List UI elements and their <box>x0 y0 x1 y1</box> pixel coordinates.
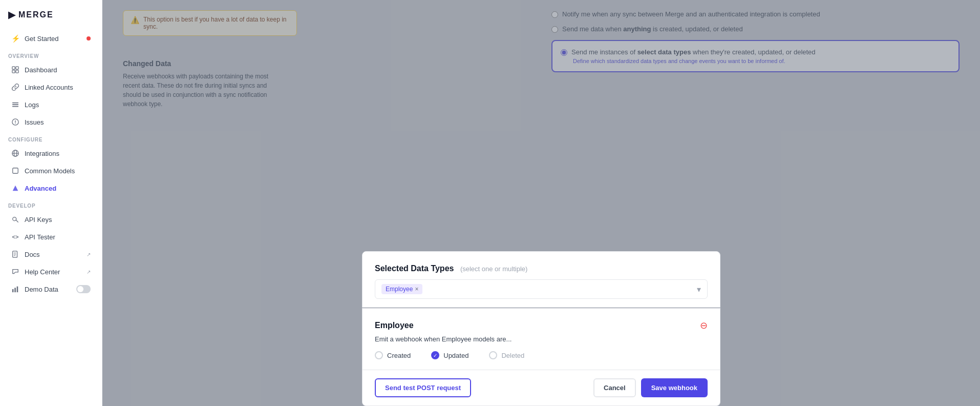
sidebar-item-issues[interactable]: Issues <box>3 114 99 130</box>
svg-rect-2 <box>12 70 15 73</box>
remove-employee-button[interactable]: ⊖ <box>700 321 708 330</box>
svg-rect-6 <box>12 106 18 107</box>
employee-description: Emit a webhook when Employee models are.… <box>375 335 708 343</box>
select-hint: (select one or multiple) <box>460 265 528 273</box>
docs-icon <box>11 250 19 258</box>
sidebar-item-dashboard[interactable]: Dashboard <box>3 62 99 78</box>
checkbox-row: Created Updated Deleted <box>375 351 708 359</box>
logo: ▶ MERGE <box>0 0 102 30</box>
logo-text: MERGE <box>18 10 54 19</box>
sidebar-item-label: Docs <box>25 251 40 258</box>
sidebar-item-label: API Keys <box>25 216 52 224</box>
sidebar-item-api-keys[interactable]: API Keys <box>3 211 99 228</box>
updated-checkbox-option[interactable]: Updated <box>431 351 468 359</box>
panel-employee: Employee ⊖ Emit a webhook when Employee … <box>362 308 720 370</box>
selected-types-title: Selected Data Types <box>375 264 454 273</box>
tag-label: Employee <box>386 286 413 293</box>
sidebar-item-docs[interactable]: Docs ↗ <box>3 246 99 262</box>
svg-rect-0 <box>12 67 15 69</box>
logs-icon <box>11 100 19 109</box>
sidebar-item-help-center[interactable]: Help Center ↗ <box>3 263 99 280</box>
demo-data-toggle[interactable] <box>76 285 91 293</box>
svg-rect-22 <box>17 287 18 292</box>
api-tester-icon: <> <box>11 233 19 241</box>
common-models-icon <box>11 167 19 175</box>
sidebar-item-label: Demo Data <box>25 286 58 293</box>
employee-section-title: Employee <box>375 321 414 330</box>
sidebar-item-label: Advanced <box>25 185 56 192</box>
sidebar-item-label: Common Models <box>25 167 75 175</box>
svg-rect-13 <box>13 168 18 174</box>
help-center-icon <box>11 268 19 276</box>
sidebar-item-advanced[interactable]: Advanced <box>3 180 99 196</box>
sidebar-item-api-tester[interactable]: <> API Tester <box>3 229 99 245</box>
sidebar-item-label: Linked Accounts <box>25 84 73 91</box>
svg-rect-3 <box>16 70 18 73</box>
notification-badge <box>87 36 91 40</box>
created-checkbox-option[interactable]: Created <box>375 351 411 359</box>
sidebar-item-linked-accounts[interactable]: Linked Accounts <box>3 79 99 95</box>
sidebar-item-logs[interactable]: Logs <box>3 96 99 113</box>
logo-icon: ▶ <box>8 9 15 21</box>
develop-section-label: Develop <box>0 197 102 211</box>
panel-selected-types: Selected Data Types (select one or multi… <box>362 251 720 308</box>
sidebar-item-label: Integrations <box>25 150 59 157</box>
issues-icon <box>11 118 19 126</box>
modal-overlay: Selected Data Types (select one or multi… <box>102 0 980 406</box>
sidebar-item-label: Get Started <box>25 35 58 43</box>
sidebar-item-label: API Tester <box>25 233 55 241</box>
lightning-icon: ⚡ <box>11 34 19 43</box>
tag-remove-icon[interactable]: × <box>415 286 418 293</box>
svg-point-15 <box>13 217 16 221</box>
panel-footer: Send test POST request Cancel Save webho… <box>362 370 720 406</box>
overview-section-label: Overview <box>0 47 102 61</box>
external-link-icon: ↗ <box>87 252 91 257</box>
sidebar-item-common-models[interactable]: Common Models <box>3 163 99 179</box>
sidebar-item-get-started[interactable]: ⚡ Get Started <box>3 30 99 47</box>
svg-rect-21 <box>14 288 16 292</box>
sidebar-item-label: Issues <box>25 118 44 126</box>
sidebar-item-label: Help Center <box>25 268 60 276</box>
updated-label: Updated <box>443 352 468 359</box>
deleted-checkbox-option[interactable]: Deleted <box>489 351 524 359</box>
link-icon <box>11 83 19 91</box>
demo-data-icon <box>11 285 19 293</box>
deleted-checkbox[interactable] <box>489 351 497 359</box>
sidebar-item-integrations[interactable]: Integrations <box>3 145 99 161</box>
configure-section-label: Configure <box>0 131 102 145</box>
globe-icon <box>11 149 19 157</box>
employee-tag[interactable]: Employee × <box>381 284 422 294</box>
save-webhook-button[interactable]: Save webhook <box>641 378 708 397</box>
dashboard-icon <box>11 66 19 74</box>
svg-marker-14 <box>13 186 18 191</box>
main-content: ⚠️ This option is best if you have a lot… <box>102 0 980 406</box>
svg-rect-20 <box>12 289 14 292</box>
sidebar-item-label: Logs <box>25 101 39 109</box>
updated-checkbox[interactable] <box>431 351 439 359</box>
svg-rect-5 <box>12 104 18 105</box>
created-checkbox[interactable] <box>375 351 383 359</box>
key-icon <box>11 215 19 224</box>
cancel-button[interactable]: Cancel <box>593 378 636 397</box>
advanced-icon <box>11 184 19 192</box>
sidebar: ▶ MERGE ⚡ Get Started Overview Dashboard… <box>0 0 102 406</box>
modal-stack: Selected Data Types (select one or multi… <box>362 251 720 406</box>
chevron-down-icon: ▾ <box>697 285 701 294</box>
external-link-icon: ↗ <box>87 269 91 275</box>
tags-row[interactable]: Employee × ▾ <box>375 279 708 299</box>
deleted-label: Deleted <box>501 352 524 359</box>
svg-rect-1 <box>16 67 18 69</box>
svg-point-9 <box>15 123 15 124</box>
sidebar-item-label: Dashboard <box>25 66 57 74</box>
sidebar-item-demo-data[interactable]: Demo Data <box>3 281 99 297</box>
created-label: Created <box>387 352 411 359</box>
send-test-button[interactable]: Send test POST request <box>375 378 471 397</box>
svg-rect-4 <box>12 103 18 104</box>
footer-right-buttons: Cancel Save webhook <box>593 378 708 397</box>
